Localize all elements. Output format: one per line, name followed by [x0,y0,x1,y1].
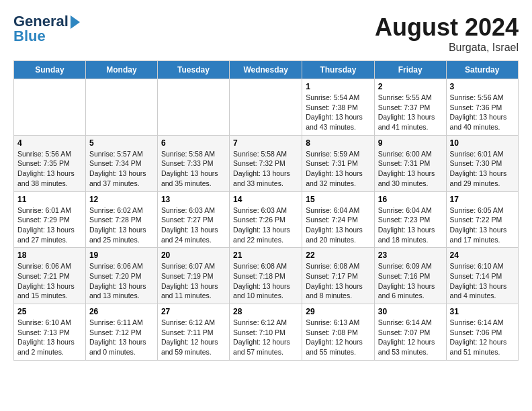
day-info: Sunrise: 6:14 AM Sunset: 7:06 PM Dayligh… [450,318,515,357]
day-cell: 12Sunrise: 6:02 AM Sunset: 7:28 PM Dayli… [85,191,157,248]
day-number: 11 [17,195,82,204]
day-info: Sunrise: 5:59 AM Sunset: 7:31 PM Dayligh… [306,149,370,189]
day-number: 25 [17,307,82,316]
day-number: 24 [450,250,515,260]
day-number: 22 [306,250,370,260]
day-number: 29 [306,307,370,316]
day-info: Sunrise: 6:12 AM Sunset: 7:11 PM Dayligh… [161,318,226,357]
weekday-header-tuesday: Tuesday [157,61,229,79]
day-info: Sunrise: 6:02 AM Sunset: 7:28 PM Dayligh… [89,205,154,245]
day-cell: 15Sunrise: 6:04 AM Sunset: 7:24 PM Dayli… [302,191,374,248]
day-cell: 26Sunrise: 6:11 AM Sunset: 7:12 PM Dayli… [85,304,157,361]
week-row-3: 11Sunrise: 6:01 AM Sunset: 7:29 PM Dayli… [14,191,519,248]
day-info: Sunrise: 6:14 AM Sunset: 7:07 PM Dayligh… [378,318,443,357]
day-cell: 16Sunrise: 6:04 AM Sunset: 7:23 PM Dayli… [374,191,446,248]
weekday-header-sunday: Sunday [14,61,86,79]
day-cell: 24Sunrise: 6:10 AM Sunset: 7:14 PM Dayli… [446,248,518,304]
day-cell: 22Sunrise: 6:08 AM Sunset: 7:17 PM Dayli… [302,248,374,304]
day-cell: 30Sunrise: 6:14 AM Sunset: 7:07 PM Dayli… [374,304,446,361]
day-cell [230,79,302,136]
day-number: 26 [89,307,154,316]
day-cell: 28Sunrise: 6:12 AM Sunset: 7:10 PM Dayli… [230,304,302,361]
week-row-5: 25Sunrise: 6:10 AM Sunset: 7:13 PM Dayli… [14,304,519,361]
day-info: Sunrise: 6:13 AM Sunset: 7:08 PM Dayligh… [306,318,370,357]
page-header: General Blue August 2024 Burgata, Israel [13,13,519,54]
day-info: Sunrise: 6:05 AM Sunset: 7:22 PM Dayligh… [450,205,515,245]
day-info: Sunrise: 6:08 AM Sunset: 7:17 PM Dayligh… [306,261,370,301]
day-number: 2 [378,82,443,91]
day-info: Sunrise: 6:03 AM Sunset: 7:26 PM Dayligh… [233,205,298,245]
location-label: Burgata, Israel [375,42,519,54]
day-number: 13 [161,195,226,204]
day-cell: 8Sunrise: 5:59 AM Sunset: 7:31 PM Daylig… [302,135,374,191]
day-cell: 19Sunrise: 6:06 AM Sunset: 7:20 PM Dayli… [85,248,157,304]
day-cell: 20Sunrise: 6:07 AM Sunset: 7:19 PM Dayli… [157,248,229,304]
calendar-table: SundayMondayTuesdayWednesdayThursdayFrid… [13,60,519,361]
week-row-2: 4Sunrise: 5:56 AM Sunset: 7:35 PM Daylig… [14,135,519,191]
week-row-1: 1Sunrise: 5:54 AM Sunset: 7:38 PM Daylig… [14,79,519,136]
day-cell: 10Sunrise: 6:01 AM Sunset: 7:30 PM Dayli… [446,135,518,191]
day-cell: 7Sunrise: 5:58 AM Sunset: 7:32 PM Daylig… [230,135,302,191]
day-info: Sunrise: 6:08 AM Sunset: 7:18 PM Dayligh… [233,261,298,301]
day-number: 5 [89,138,154,148]
calendar-body: 1Sunrise: 5:54 AM Sunset: 7:38 PM Daylig… [14,79,519,361]
day-cell: 9Sunrise: 6:00 AM Sunset: 7:31 PM Daylig… [374,135,446,191]
day-number: 27 [161,307,226,316]
day-number: 31 [450,307,515,316]
weekday-header-saturday: Saturday [446,61,518,79]
title-block: August 2024 Burgata, Israel [375,13,519,54]
day-number: 21 [233,250,298,260]
day-number: 28 [233,307,298,316]
day-info: Sunrise: 6:10 AM Sunset: 7:13 PM Dayligh… [17,318,82,357]
day-info: Sunrise: 6:06 AM Sunset: 7:20 PM Dayligh… [89,261,154,301]
day-info: Sunrise: 6:06 AM Sunset: 7:21 PM Dayligh… [17,261,82,301]
day-cell: 13Sunrise: 6:03 AM Sunset: 7:27 PM Dayli… [157,191,229,248]
day-info: Sunrise: 6:10 AM Sunset: 7:14 PM Dayligh… [450,261,515,301]
day-number: 8 [306,138,370,148]
weekday-header-row: SundayMondayTuesdayWednesdayThursdayFrid… [14,61,519,79]
day-number: 30 [378,307,443,316]
day-number: 16 [378,195,443,204]
day-cell: 1Sunrise: 5:54 AM Sunset: 7:38 PM Daylig… [302,79,374,136]
day-cell: 11Sunrise: 6:01 AM Sunset: 7:29 PM Dayli… [14,191,86,248]
day-info: Sunrise: 6:07 AM Sunset: 7:19 PM Dayligh… [161,261,226,301]
day-number: 20 [161,250,226,260]
weekday-header-thursday: Thursday [302,61,374,79]
day-info: Sunrise: 6:01 AM Sunset: 7:29 PM Dayligh… [17,205,82,245]
weekday-header-wednesday: Wednesday [230,61,302,79]
day-number: 10 [450,138,515,148]
month-year-title: August 2024 [375,13,519,42]
day-cell: 17Sunrise: 6:05 AM Sunset: 7:22 PM Dayli… [446,191,518,248]
day-cell: 5Sunrise: 5:57 AM Sunset: 7:34 PM Daylig… [85,135,157,191]
day-number: 1 [306,82,370,91]
week-row-4: 18Sunrise: 6:06 AM Sunset: 7:21 PM Dayli… [14,248,519,304]
day-number: 3 [450,82,515,91]
weekday-header-friday: Friday [374,61,446,79]
day-cell: 23Sunrise: 6:09 AM Sunset: 7:16 PM Dayli… [374,248,446,304]
day-info: Sunrise: 5:58 AM Sunset: 7:32 PM Dayligh… [233,149,298,189]
day-info: Sunrise: 6:09 AM Sunset: 7:16 PM Dayligh… [378,261,443,301]
day-number: 9 [378,138,443,148]
day-info: Sunrise: 5:58 AM Sunset: 7:33 PM Dayligh… [161,149,226,189]
day-info: Sunrise: 6:04 AM Sunset: 7:24 PM Dayligh… [306,205,370,245]
day-cell: 21Sunrise: 6:08 AM Sunset: 7:18 PM Dayli… [230,248,302,304]
logo-blue: Blue [13,28,80,44]
day-cell: 31Sunrise: 6:14 AM Sunset: 7:06 PM Dayli… [446,304,518,361]
day-info: Sunrise: 6:12 AM Sunset: 7:10 PM Dayligh… [233,318,298,357]
day-cell [85,79,157,136]
day-number: 14 [233,195,298,204]
day-cell: 3Sunrise: 5:56 AM Sunset: 7:36 PM Daylig… [446,79,518,136]
day-info: Sunrise: 5:55 AM Sunset: 7:37 PM Dayligh… [378,93,443,132]
day-info: Sunrise: 5:54 AM Sunset: 7:38 PM Dayligh… [306,93,370,132]
day-cell: 14Sunrise: 6:03 AM Sunset: 7:26 PM Dayli… [230,191,302,248]
day-info: Sunrise: 6:11 AM Sunset: 7:12 PM Dayligh… [89,318,154,357]
day-number: 7 [233,138,298,148]
day-number: 23 [378,250,443,260]
day-info: Sunrise: 6:04 AM Sunset: 7:23 PM Dayligh… [378,205,443,245]
day-info: Sunrise: 6:00 AM Sunset: 7:31 PM Dayligh… [378,149,443,189]
day-number: 15 [306,195,370,204]
day-info: Sunrise: 5:56 AM Sunset: 7:36 PM Dayligh… [450,93,515,132]
day-cell: 18Sunrise: 6:06 AM Sunset: 7:21 PM Dayli… [14,248,86,304]
day-cell: 27Sunrise: 6:12 AM Sunset: 7:11 PM Dayli… [157,304,229,361]
day-number: 4 [17,138,82,148]
